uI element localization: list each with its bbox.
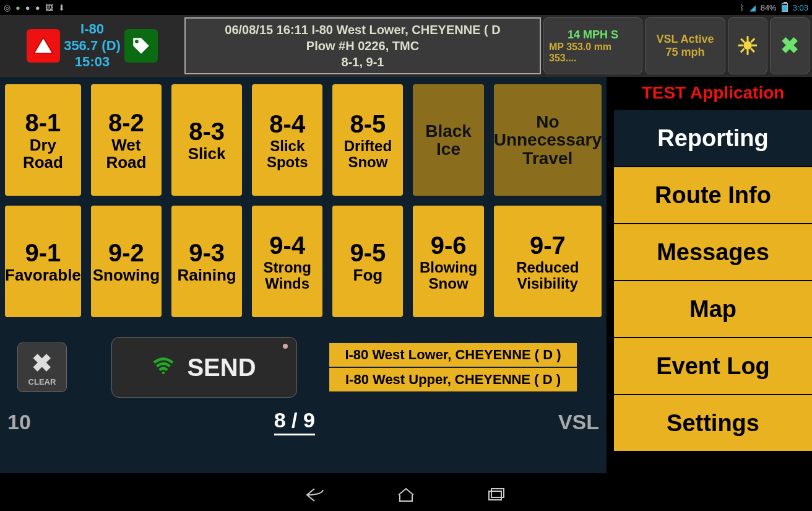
- wifi-icon: ◢: [749, 3, 756, 12]
- footer-right: VSL: [558, 410, 599, 434]
- speed-bottom: MP 353.0 mm 353....: [549, 41, 637, 64]
- condition-tile-black-ice[interactable]: BlackIce: [413, 84, 483, 196]
- status-dot-1: ●: [15, 3, 20, 12]
- tile-code: 8-2: [108, 109, 144, 137]
- speed-top: 14 MPH S: [568, 28, 618, 41]
- tile-code: 9-4: [269, 232, 305, 260]
- tile-code: 9-7: [530, 232, 566, 260]
- tile-code: 9-1: [25, 239, 61, 267]
- footer-bar: 10 8 / 9 VSL: [0, 408, 607, 435]
- tile-label: Snowing: [93, 267, 160, 284]
- condition-tile-9-7[interactable]: 9-7ReducedVisibility: [494, 206, 602, 317]
- sun-icon: ☀: [736, 32, 759, 60]
- milepost-label: 356.7 (D): [64, 38, 121, 54]
- test-banner: TEST Application: [614, 77, 812, 109]
- tile-code: 9-6: [431, 232, 467, 260]
- tile-code: 8-5: [350, 110, 386, 138]
- footer-left: 10: [7, 410, 31, 434]
- tile-code: 9-2: [108, 239, 144, 267]
- clock: 3:03: [793, 3, 808, 12]
- side-menu: TEST Application ReportingRoute InfoMess…: [614, 77, 812, 451]
- tile-label: NoUnnecessaryTravel: [494, 113, 602, 167]
- send-label: SEND: [187, 354, 256, 382]
- tile-label: ReducedVisibility: [516, 260, 579, 290]
- android-nav-bar: [0, 481, 812, 511]
- tag-icon: [124, 29, 158, 63]
- tile-code: 8-3: [189, 118, 225, 146]
- tile-label: StrongWinds: [264, 260, 311, 290]
- sidebar-item-settings[interactable]: Settings: [614, 394, 812, 451]
- location-block[interactable]: I-80 356.7 (D) 15:03: [2, 17, 182, 74]
- tile-label: Slick: [188, 146, 226, 162]
- tile-label: Favorable: [5, 267, 81, 284]
- svg-point-1: [162, 371, 165, 373]
- app-header: I-80 356.7 (D) 15:03 06/08/15 16:11 I-80…: [0, 15, 812, 77]
- tile-code: 8-1: [25, 109, 61, 137]
- message-block[interactable]: 06/08/15 16:11 I-80 West Lower, CHEYENNE…: [184, 17, 541, 74]
- home-icon[interactable]: [395, 486, 417, 506]
- tile-label: DryRoad: [23, 137, 63, 171]
- sidebar-item-map[interactable]: Map: [614, 280, 812, 337]
- sidebar-item-event-log[interactable]: Event Log: [614, 337, 812, 394]
- condition-tile-9-2[interactable]: 9-2Snowing: [91, 206, 162, 317]
- tile-label: Raining: [177, 267, 236, 284]
- download-icon: ⬇: [58, 3, 65, 12]
- vsl-top: VSL Active: [656, 33, 714, 46]
- close-button[interactable]: ✖: [770, 17, 810, 74]
- route-item-1[interactable]: I-80 West Upper, CHEYENNE ( D ): [329, 368, 577, 391]
- image-icon: 🖼: [45, 3, 53, 12]
- tile-code: 8-4: [269, 110, 305, 138]
- condition-tile-9-4[interactable]: 9-4StrongWinds: [252, 206, 322, 317]
- back-icon[interactable]: [304, 486, 327, 506]
- battery-icon: [782, 3, 788, 12]
- condition-tile-8-4[interactable]: 8-4SlickSpots: [252, 84, 322, 196]
- vsl-button[interactable]: VSL Active 75 mph: [645, 17, 725, 74]
- tile-label: SlickSpots: [267, 138, 308, 169]
- condition-tile-8-2[interactable]: 8-2WetRoad: [91, 84, 162, 196]
- sidebar-item-messages[interactable]: Messages: [614, 223, 812, 280]
- status-dot-2: ●: [25, 3, 30, 12]
- page-indicator[interactable]: 8 / 9: [274, 408, 315, 435]
- condition-tile-8-1[interactable]: 8-1DryRoad: [5, 84, 81, 196]
- route-label: I-80: [64, 21, 121, 37]
- time-label: 15:03: [64, 54, 121, 70]
- sidebar-item-route-info[interactable]: Route Info: [614, 166, 812, 223]
- tile-label: WetRoad: [106, 137, 146, 171]
- send-button[interactable]: SEND: [111, 337, 297, 398]
- condition-tile-8-3[interactable]: 8-3Slick: [171, 84, 242, 196]
- vsl-bottom: 75 mph: [665, 46, 704, 59]
- message-line2: Plow #H 0226, TMC: [306, 38, 419, 54]
- bluetooth-icon: ᛒ: [740, 3, 745, 12]
- condition-tile-9-1[interactable]: 9-1Favorable: [5, 206, 81, 317]
- android-status-bar: ◎ ● ● ● 🖼 ⬇ ᛒ ◢ 84% 3:03: [0, 0, 812, 15]
- status-dot-3: ●: [35, 3, 40, 12]
- tile-label: DriftedSnow: [344, 138, 392, 169]
- condition-tile-8-5[interactable]: 8-5DriftedSnow: [332, 84, 403, 196]
- battery-percent: 84%: [761, 3, 777, 12]
- wifi-send-icon: [152, 357, 175, 378]
- warning-icon: [27, 29, 60, 63]
- tile-label: BlackIce: [425, 122, 472, 159]
- recent-icon[interactable]: [485, 486, 508, 506]
- message-line1: 06/08/15 16:11 I-80 West Lower, CHEYENNE…: [225, 22, 500, 38]
- tile-label: Fog: [353, 267, 383, 284]
- clear-button[interactable]: ✖ CLEAR: [17, 343, 67, 392]
- condition-tile-9-3[interactable]: 9-3Raining: [171, 206, 242, 317]
- route-item-0[interactable]: I-80 West Lower, CHEYENNE ( D ): [329, 343, 577, 367]
- speed-button[interactable]: 14 MPH S MP 353.0 mm 353....: [543, 17, 642, 74]
- sidebar-item-reporting[interactable]: Reporting: [614, 109, 812, 166]
- clear-x-icon: ✖: [32, 349, 53, 377]
- clear-label: CLEAR: [28, 377, 56, 387]
- close-icon: ✖: [780, 33, 799, 59]
- tile-label: BlowingSnow: [420, 260, 477, 290]
- brightness-button[interactable]: ☀: [728, 17, 767, 74]
- condition-tile-no-unnecessary-travel[interactable]: NoUnnecessaryTravel: [494, 84, 602, 196]
- condition-tile-9-5[interactable]: 9-5Fog: [332, 206, 403, 317]
- condition-tile-9-6[interactable]: 9-6BlowingSnow: [413, 206, 483, 317]
- message-line3: 8-1, 9-1: [342, 54, 384, 70]
- svg-point-0: [135, 40, 139, 43]
- tile-code: 9-3: [189, 239, 225, 267]
- location-icon: ◎: [4, 3, 11, 12]
- tile-code: 9-5: [350, 239, 386, 267]
